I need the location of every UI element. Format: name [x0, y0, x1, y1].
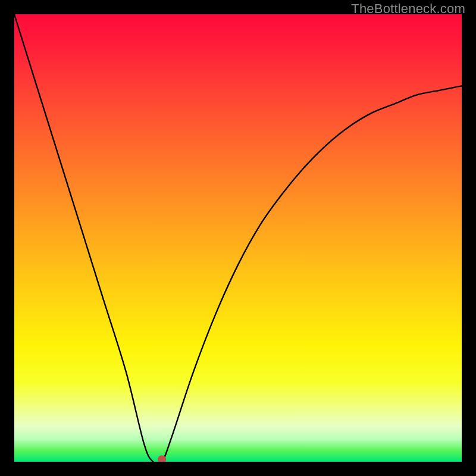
chart-svg: [14, 14, 462, 462]
bottleneck-curve: [14, 14, 462, 462]
plot-area: [14, 14, 462, 462]
watermark-text: TheBottleneck.com: [351, 1, 465, 17]
